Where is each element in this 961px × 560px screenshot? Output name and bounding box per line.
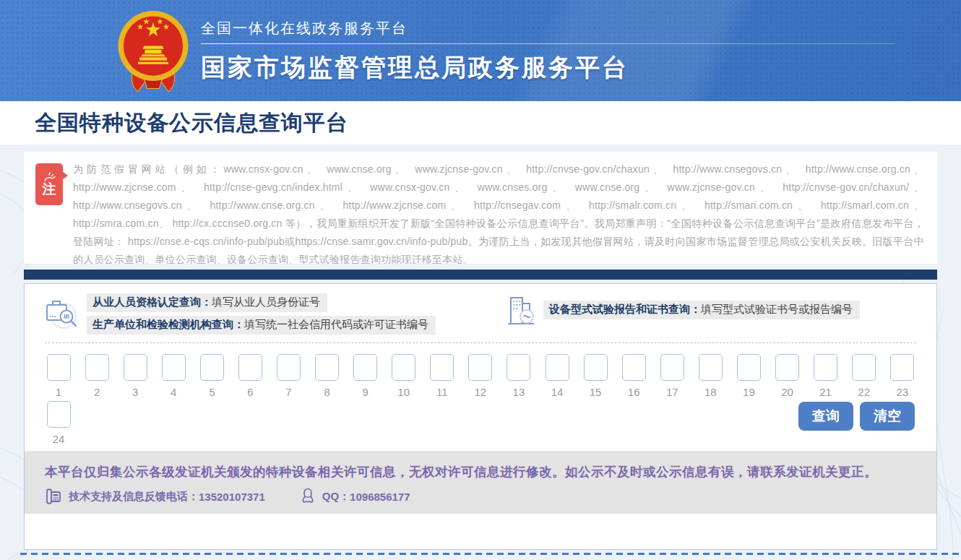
char-cell: 24 (46, 401, 71, 445)
char-cell: 7 (276, 354, 301, 398)
clear-button[interactable]: 清空 (860, 402, 915, 431)
char-input-15[interactable] (584, 354, 608, 381)
char-input-7[interactable] (277, 354, 301, 381)
query-panel: 从业人员资格认定查询：填写从业人员身份证号 生产单位和检验检测机构查询：填写统一… (24, 283, 937, 550)
char-cell: 1 (46, 354, 71, 398)
char-index: 20 (781, 386, 793, 398)
char-input-6[interactable] (238, 354, 262, 381)
char-index: 21 (819, 386, 832, 398)
char-input-8[interactable] (315, 354, 339, 381)
char-input-14[interactable] (546, 354, 569, 381)
char-index: 5 (209, 386, 215, 398)
char-index: 7 (285, 386, 291, 398)
device-query-group: 设备型式试验报告和证书查询：填写型式试验证书号或报告编号 (506, 293, 860, 327)
char-cell: 13 (507, 354, 531, 398)
char-cell: 5 (199, 354, 224, 398)
device-query-hint: 填写型式试验证书号或报告编号 (701, 303, 853, 315)
device-query-chip: 设备型式试验报告和证书查询：填写型式试验证书号或报告编号 (543, 301, 860, 319)
notice-text: 为防范假冒网站（例如：www.cnsx-gov.cn、 www.cnse.org… (73, 160, 924, 257)
char-index: 17 (666, 386, 678, 398)
char-index: 23 (896, 386, 908, 398)
char-index: 8 (324, 386, 329, 398)
char-index: 14 (551, 386, 564, 398)
char-input-9[interactable] (353, 354, 377, 381)
char-cell: 15 (583, 354, 608, 398)
char-index: 13 (513, 386, 525, 398)
char-input-4[interactable] (162, 354, 186, 381)
char-index: 2 (94, 386, 100, 398)
note-badge-pointer (62, 171, 68, 180)
char-cell: 10 (392, 354, 416, 398)
qq-icon (300, 488, 316, 505)
title-band: 全国特种设备公示信息查询平台 (0, 101, 961, 145)
page-title: 全国特种设备公示信息查询平台 (35, 108, 348, 138)
bottom-dashed-line (20, 553, 961, 555)
char-cell: 6 (238, 354, 262, 398)
unit-query-chip: 生产单位和检验检测机构查询：填写统一社会信用代码或许可证书编号 (87, 316, 436, 335)
device-report-icon (506, 293, 536, 327)
contact-row: 技术支持及信息反馈电话： 13520107371 QQ： 1096856177 (45, 488, 916, 505)
char-input-11[interactable] (430, 354, 454, 381)
char-index: 22 (858, 386, 870, 398)
char-cell: 12 (468, 354, 493, 398)
char-input-16[interactable] (622, 354, 646, 381)
char-cell: 3 (123, 354, 147, 398)
char-input-5[interactable] (200, 354, 224, 381)
char-input-10[interactable] (392, 354, 415, 381)
query-type-row: 从业人员资格认定查询：填写从业人员身份证号 生产单位和检验检测机构查询：填写统一… (25, 284, 936, 335)
char-input-20[interactable] (775, 354, 799, 381)
action-buttons: 查询 清空 (798, 402, 915, 431)
char-input-19[interactable] (737, 354, 761, 381)
note-badge: 注 (35, 163, 63, 205)
disclaimer-text: 本平台仅归集公示各级发证机关颁发的特种设备相关许可信息，无权对许可信息进行修改。… (45, 460, 916, 484)
char-index: 10 (397, 386, 410, 398)
char-cell: 16 (621, 354, 646, 398)
char-index: 16 (628, 386, 640, 398)
site-title: 国家市场监督管理总局政务服务平台 (201, 51, 895, 85)
char-index: 6 (247, 386, 253, 398)
portal-label: 全国一体化在线政务服务平台 (201, 19, 408, 43)
char-box-row-1: 1234567891011121314151617181920212223 (25, 343, 936, 398)
char-cell: 20 (775, 354, 799, 398)
qq-label: QQ： (322, 490, 350, 504)
char-input-3[interactable] (124, 354, 147, 381)
char-cell: 17 (660, 354, 684, 398)
char-input-12[interactable] (468, 354, 492, 381)
char-cell: 23 (890, 354, 915, 398)
search-button[interactable]: 查询 (798, 402, 853, 431)
char-cell: 2 (85, 354, 109, 398)
alert-icon (43, 172, 56, 181)
char-index: 9 (362, 386, 368, 398)
char-index: 24 (53, 433, 65, 445)
char-input-2[interactable] (85, 354, 109, 381)
person-query-label: 从业人员资格认定查询： (92, 296, 212, 308)
char-cell: 18 (698, 354, 723, 398)
char-cell: 11 (430, 354, 454, 398)
person-query-hint: 填写从业人员身份证号 (212, 296, 320, 308)
char-input-21[interactable] (814, 354, 837, 381)
phone-label: 技术支持及信息反馈电话： (69, 490, 199, 504)
char-input-23[interactable] (890, 354, 914, 381)
char-input-24[interactable] (47, 401, 71, 428)
char-input-13[interactable] (507, 354, 530, 381)
char-index: 11 (436, 386, 448, 398)
char-input-17[interactable] (660, 354, 684, 381)
char-input-1[interactable] (47, 354, 71, 381)
divider-bar (24, 270, 937, 280)
phone-number: 13520107371 (199, 491, 265, 503)
disclaimer-section: 本平台仅归集公示各级发证机关颁发的特种设备相关许可信息，无权对许可信息进行修改。… (25, 451, 936, 514)
char-index: 15 (590, 386, 602, 398)
char-input-18[interactable] (699, 354, 723, 381)
char-cell: 8 (315, 354, 340, 398)
person-query-chip: 从业人员资格认定查询：填写从业人员身份证号 (87, 293, 327, 312)
char-index: 1 (56, 386, 61, 398)
char-input-22[interactable] (852, 354, 876, 381)
anti-fake-notice: 注 为防范假冒网站（例如：www.cnsx-gov.cn、 www.cnse.o… (24, 152, 937, 264)
char-box-row-2: 24 查询 清空 (25, 398, 936, 445)
gov-header: 全国一体化在线政务服务平台 国家市场监督管理总局政务服务平台 (0, 0, 961, 101)
certificate-search-icon (45, 298, 79, 331)
china-national-emblem (114, 9, 192, 95)
char-index: 3 (132, 386, 138, 398)
char-cell: 22 (852, 354, 876, 398)
char-index: 12 (475, 386, 487, 398)
